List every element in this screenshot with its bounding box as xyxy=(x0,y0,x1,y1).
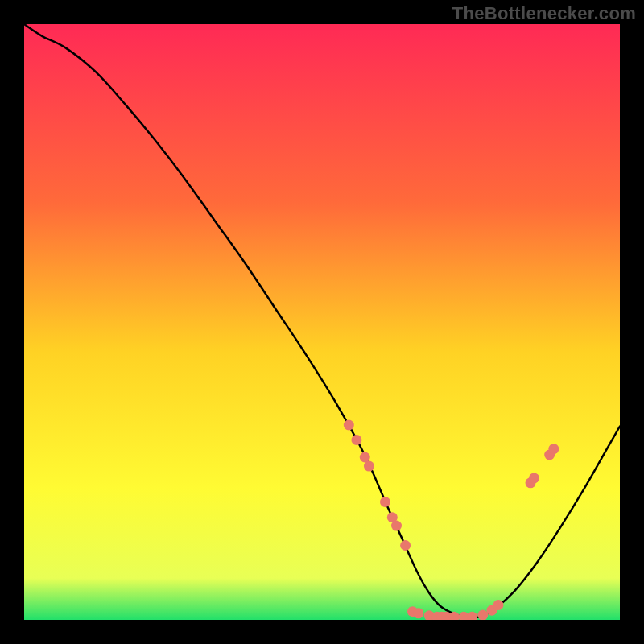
cluster-point xyxy=(548,444,559,454)
cluster-point xyxy=(413,608,423,618)
watermark-text: TheBottlenecker.com xyxy=(452,3,636,24)
cluster-point xyxy=(477,610,488,620)
cluster-point xyxy=(380,497,390,507)
plot-background xyxy=(24,24,620,620)
cluster-point xyxy=(391,521,402,531)
cluster-point xyxy=(493,600,504,610)
cluster-point xyxy=(364,461,374,472)
cluster-point xyxy=(344,420,354,431)
chart-container: TheBottlenecker.com xyxy=(0,0,644,644)
cluster-point xyxy=(360,452,370,462)
cluster-point xyxy=(529,473,539,483)
cluster-point xyxy=(400,540,411,551)
bottleneck-plot xyxy=(24,24,620,620)
cluster-point xyxy=(351,435,361,445)
